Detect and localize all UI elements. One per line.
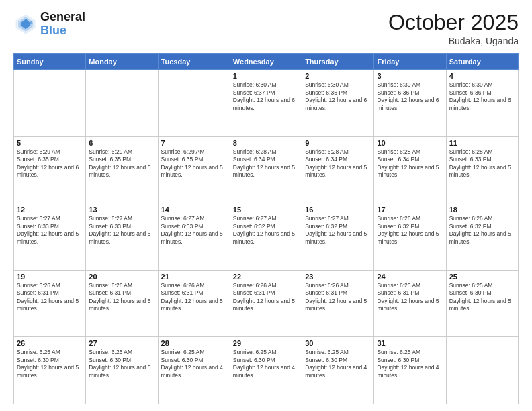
week-row-5: 26Sunrise: 6:25 AMSunset: 6:30 PMDayligh… (14, 337, 519, 404)
day-number: 9 (305, 139, 371, 147)
table-row (86, 70, 158, 137)
table-row: 24Sunrise: 6:25 AMSunset: 6:31 PMDayligh… (374, 270, 446, 337)
day-info: Sunrise: 6:28 AMSunset: 6:34 PMDaylight:… (377, 148, 443, 179)
day-info: Sunrise: 6:25 AMSunset: 6:30 PMDaylight:… (161, 349, 227, 379)
day-number: 11 (449, 139, 515, 147)
day-info: Sunrise: 6:27 AMSunset: 6:33 PMDaylight:… (17, 215, 83, 246)
day-number: 3 (377, 72, 443, 80)
logo-text: General Blue (40, 11, 85, 38)
location-subtitle: Budaka, Uganda (388, 36, 519, 46)
day-info: Sunrise: 6:29 AMSunset: 6:35 PMDaylight:… (17, 148, 83, 179)
logo: General Blue (13, 11, 85, 38)
day-info: Sunrise: 6:25 AMSunset: 6:31 PMDaylight:… (377, 282, 443, 313)
day-info: Sunrise: 6:26 AMSunset: 6:32 PMDaylight:… (449, 215, 515, 246)
day-info: Sunrise: 6:30 AMSunset: 6:36 PMDaylight:… (305, 81, 371, 112)
table-row: 22Sunrise: 6:26 AMSunset: 6:31 PMDayligh… (230, 270, 302, 337)
day-info: Sunrise: 6:30 AMSunset: 6:36 PMDaylight:… (377, 81, 443, 112)
table-row: 9Sunrise: 6:28 AMSunset: 6:34 PMDaylight… (302, 136, 374, 203)
col-friday: Friday (374, 54, 446, 70)
day-info: Sunrise: 6:25 AMSunset: 6:30 PMDaylight:… (449, 282, 515, 313)
day-number: 6 (89, 139, 154, 147)
day-number: 8 (233, 139, 299, 147)
day-number: 2 (305, 72, 371, 80)
day-number: 22 (233, 273, 299, 281)
day-number: 29 (233, 339, 299, 347)
day-number: 4 (449, 72, 515, 80)
day-number: 7 (161, 139, 227, 147)
day-info: Sunrise: 6:26 AMSunset: 6:31 PMDaylight:… (305, 282, 371, 313)
day-info: Sunrise: 6:26 AMSunset: 6:32 PMDaylight:… (377, 215, 443, 246)
table-row: 4Sunrise: 6:30 AMSunset: 6:36 PMDaylight… (446, 70, 518, 137)
day-number: 13 (89, 205, 154, 214)
col-wednesday: Wednesday (230, 54, 302, 70)
day-info: Sunrise: 6:27 AMSunset: 6:33 PMDaylight:… (89, 215, 154, 246)
table-row: 20Sunrise: 6:26 AMSunset: 6:31 PMDayligh… (86, 270, 158, 337)
day-info: Sunrise: 6:26 AMSunset: 6:31 PMDaylight:… (89, 282, 154, 313)
col-saturday: Saturday (446, 54, 518, 70)
week-row-2: 5Sunrise: 6:29 AMSunset: 6:35 PMDaylight… (14, 136, 519, 203)
day-info: Sunrise: 6:26 AMSunset: 6:31 PMDaylight:… (233, 282, 299, 313)
table-row: 23Sunrise: 6:26 AMSunset: 6:31 PMDayligh… (302, 270, 374, 337)
day-info: Sunrise: 6:26 AMSunset: 6:31 PMDaylight:… (17, 282, 83, 313)
title-block: October 2025 Budaka, Uganda (388, 11, 519, 46)
table-row: 13Sunrise: 6:27 AMSunset: 6:33 PMDayligh… (86, 203, 158, 271)
day-number: 26 (17, 339, 83, 347)
col-tuesday: Tuesday (158, 54, 230, 70)
day-number: 21 (161, 273, 227, 281)
day-number: 25 (449, 273, 515, 281)
header-row: Sunday Monday Tuesday Wednesday Thursday… (14, 54, 519, 70)
table-row (446, 337, 518, 404)
table-row: 11Sunrise: 6:28 AMSunset: 6:33 PMDayligh… (446, 136, 518, 203)
day-number: 10 (377, 139, 443, 147)
day-number: 20 (89, 273, 154, 281)
week-row-3: 12Sunrise: 6:27 AMSunset: 6:33 PMDayligh… (14, 203, 519, 271)
day-info: Sunrise: 6:30 AMSunset: 6:37 PMDaylight:… (233, 81, 299, 112)
logo-line2: Blue (40, 24, 85, 38)
table-row: 26Sunrise: 6:25 AMSunset: 6:30 PMDayligh… (14, 337, 86, 404)
day-info: Sunrise: 6:27 AMSunset: 6:32 PMDaylight:… (233, 215, 299, 246)
day-info: Sunrise: 6:29 AMSunset: 6:35 PMDaylight:… (161, 148, 227, 179)
day-info: Sunrise: 6:30 AMSunset: 6:36 PMDaylight:… (449, 81, 515, 112)
day-number: 5 (17, 139, 83, 147)
table-row: 3Sunrise: 6:30 AMSunset: 6:36 PMDaylight… (374, 70, 446, 137)
table-row: 7Sunrise: 6:29 AMSunset: 6:35 PMDaylight… (158, 136, 230, 203)
table-row: 12Sunrise: 6:27 AMSunset: 6:33 PMDayligh… (14, 203, 86, 271)
table-row: 25Sunrise: 6:25 AMSunset: 6:30 PMDayligh… (446, 270, 518, 337)
table-row: 28Sunrise: 6:25 AMSunset: 6:30 PMDayligh… (158, 337, 230, 404)
header: General Blue October 2025 Budaka, Uganda (13, 11, 519, 46)
page: General Blue October 2025 Budaka, Uganda… (0, 0, 532, 411)
day-info: Sunrise: 6:25 AMSunset: 6:30 PMDaylight:… (89, 349, 154, 379)
day-info: Sunrise: 6:27 AMSunset: 6:32 PMDaylight:… (305, 215, 371, 246)
table-row: 17Sunrise: 6:26 AMSunset: 6:32 PMDayligh… (374, 203, 446, 271)
col-monday: Monday (86, 54, 158, 70)
day-info: Sunrise: 6:28 AMSunset: 6:34 PMDaylight:… (305, 148, 371, 179)
day-number: 31 (377, 339, 443, 347)
day-info: Sunrise: 6:25 AMSunset: 6:30 PMDaylight:… (305, 349, 371, 379)
day-number: 16 (305, 205, 371, 214)
day-number: 27 (89, 339, 154, 347)
day-number: 12 (17, 205, 83, 214)
week-row-4: 19Sunrise: 6:26 AMSunset: 6:31 PMDayligh… (14, 270, 519, 337)
table-row (14, 70, 86, 137)
day-number: 15 (233, 205, 299, 214)
table-row: 31Sunrise: 6:25 AMSunset: 6:30 PMDayligh… (374, 337, 446, 404)
calendar-table: Sunday Monday Tuesday Wednesday Thursday… (13, 53, 519, 404)
table-row: 2Sunrise: 6:30 AMSunset: 6:36 PMDaylight… (302, 70, 374, 137)
table-row: 10Sunrise: 6:28 AMSunset: 6:34 PMDayligh… (374, 136, 446, 203)
table-row (158, 70, 230, 137)
day-info: Sunrise: 6:28 AMSunset: 6:34 PMDaylight:… (233, 148, 299, 179)
table-row: 6Sunrise: 6:29 AMSunset: 6:35 PMDaylight… (86, 136, 158, 203)
day-number: 19 (17, 273, 83, 281)
col-thursday: Thursday (302, 54, 374, 70)
logo-icon (13, 12, 38, 36)
day-number: 1 (233, 72, 299, 80)
table-row: 21Sunrise: 6:26 AMSunset: 6:31 PMDayligh… (158, 270, 230, 337)
table-row: 29Sunrise: 6:25 AMSunset: 6:30 PMDayligh… (230, 337, 302, 404)
logo-line1: General (40, 11, 85, 24)
day-number: 18 (449, 205, 515, 214)
week-row-1: 1Sunrise: 6:30 AMSunset: 6:37 PMDaylight… (14, 70, 519, 137)
day-number: 24 (377, 273, 443, 281)
col-sunday: Sunday (14, 54, 86, 70)
day-info: Sunrise: 6:25 AMSunset: 6:30 PMDaylight:… (233, 349, 299, 379)
table-row: 19Sunrise: 6:26 AMSunset: 6:31 PMDayligh… (14, 270, 86, 337)
